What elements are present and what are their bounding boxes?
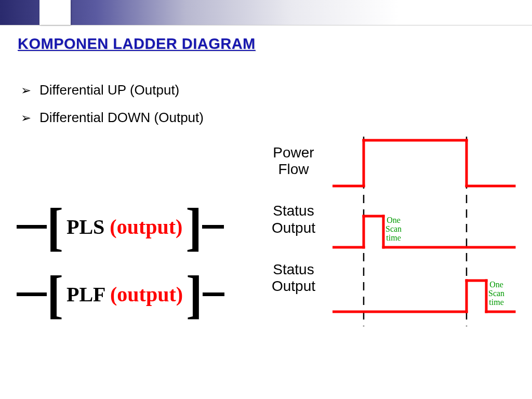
label-status-output-1: Status Output xyxy=(260,203,327,236)
label-power-flow: Power Flow xyxy=(260,144,327,178)
bracket-left-icon: [ xyxy=(47,211,63,243)
pls-label: PLS (output) xyxy=(63,215,185,239)
bullet-text: Differential UP (Output) xyxy=(39,82,179,98)
chevron-right-icon: ➢ xyxy=(21,83,31,98)
header-box xyxy=(39,0,71,25)
bracket-right-icon: ] xyxy=(186,279,203,310)
rail-left xyxy=(17,225,47,229)
rail-left xyxy=(17,292,47,296)
scan-time-label-2: One Scan time xyxy=(488,281,504,307)
bracket-right-icon: ] xyxy=(185,211,202,243)
bullet-list: ➢ Differential UP (Output) ➢ Differentia… xyxy=(21,82,204,137)
bullet-item-1: ➢ Differential UP (Output) xyxy=(21,82,204,98)
rail-right xyxy=(203,292,224,296)
bracket-left-icon: [ xyxy=(47,279,63,310)
header-gradient xyxy=(0,0,532,25)
plf-label: PLF (output) xyxy=(63,282,186,307)
ladder-pls: [ PLS (output) ] xyxy=(17,212,224,242)
rail-right xyxy=(202,225,224,229)
timing-labels: Power Flow Status Output Status Output xyxy=(260,144,327,320)
ladder-plf: [ PLF (output) ] xyxy=(17,280,224,310)
label-status-output-2: Status Output xyxy=(260,261,327,295)
bullet-item-2: ➢ Differential DOWN (Output) xyxy=(21,110,204,126)
chevron-right-icon: ➢ xyxy=(21,111,31,125)
timing-diagram: One Scan time One Scan time xyxy=(332,134,525,334)
page-title: KOMPONEN LADDER DIAGRAM xyxy=(18,35,256,52)
scan-time-label-1: One Scan time xyxy=(385,216,402,242)
bullet-text: Differential DOWN (Output) xyxy=(39,110,204,126)
